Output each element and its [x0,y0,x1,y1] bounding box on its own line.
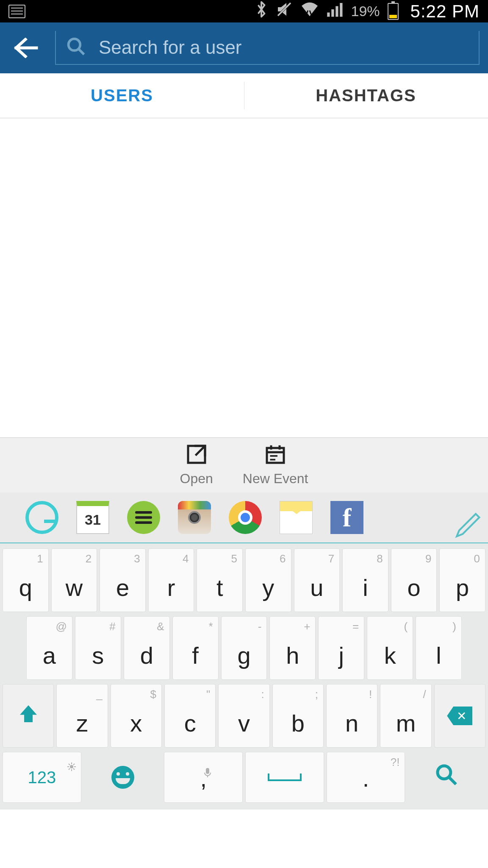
key-h[interactable]: +h [269,616,316,680]
key-k[interactable]: (k [367,616,413,680]
key-x-label: x [130,709,142,737]
key-search[interactable] [408,752,485,803]
bluetooth-icon [255,1,268,22]
key-v-label: v [238,709,250,737]
shift-icon [18,702,39,730]
spotify-app-icon[interactable] [127,501,160,534]
key-o[interactable]: 9o [391,548,437,612]
key-p[interactable]: 0p [439,548,485,612]
key-c[interactable]: "c [164,684,216,748]
suggested-apps-row: 31 f [0,492,488,543]
svg-rect-4 [336,6,338,17]
key-b-secondary: ; [315,688,318,701]
svg-rect-24 [206,768,209,774]
chrome-app-icon[interactable] [229,501,262,534]
svg-line-26 [449,778,456,784]
svg-point-25 [438,766,451,779]
key-i-label: i [363,574,368,601]
key-a-label: a [43,642,56,669]
key-a[interactable]: @a [26,616,72,680]
back-button[interactable] [8,31,42,65]
key-s-secondary: # [109,620,115,633]
calendar-app-icon[interactable]: 31 [76,501,109,534]
search-input[interactable] [99,37,472,58]
search-field-wrap[interactable] [55,31,480,65]
key-comma[interactable]: , [164,752,243,803]
key-j-secondary: = [352,620,359,633]
mic-hint-icon [204,756,211,783]
tab-users[interactable]: USERS [0,73,244,118]
key-i[interactable]: 8i [342,548,388,612]
key-q-label: q [19,574,32,601]
clock-time: 5:22 PM [410,1,480,22]
key-q[interactable]: 1q [3,548,49,612]
key-t-label: t [216,574,223,601]
key-o-secondary: 9 [425,552,431,565]
key-numlock[interactable]: 123 [3,752,81,803]
new-event-action[interactable]: New Event [243,444,308,487]
key-e-label: e [116,574,129,601]
facebook-app-icon[interactable]: f [330,501,363,534]
open-action[interactable]: Open [180,444,213,487]
key-d[interactable]: &d [124,616,170,680]
key-f[interactable]: *f [172,616,219,680]
highlighter-icon [452,510,482,542]
svg-point-6 [69,39,80,51]
key-t[interactable]: 5t [197,548,243,612]
results-area [0,118,488,437]
open-icon [186,444,207,467]
numlock-label: 123 [28,768,56,787]
key-m-secondary: / [423,688,426,701]
key-u[interactable]: 7u [294,548,340,612]
key-c-label: c [184,709,196,737]
key-m[interactable]: /m [380,684,431,748]
key-q-secondary: 1 [37,552,43,565]
key-w-secondary: 2 [86,552,92,565]
emoji-icon [111,766,134,789]
key-g[interactable]: -g [221,616,267,680]
key-j[interactable]: =j [318,616,364,680]
key-e[interactable]: 3e [100,548,146,612]
key-l[interactable]: )l [416,616,462,680]
search-key-icon [435,763,458,792]
battery-icon [388,3,399,20]
instagram-app-icon[interactable] [178,501,211,534]
key-space[interactable] [245,752,324,803]
key-l-secondary: ) [452,620,456,633]
key-l-label: l [436,642,441,669]
key-emoji[interactable] [84,752,162,803]
mail-app-icon[interactable] [280,501,313,534]
key-w[interactable]: 2w [51,548,97,612]
key-x[interactable]: $x [111,684,162,748]
key-n-secondary: ! [369,688,372,701]
key-r[interactable]: 4r [148,548,194,612]
key-z[interactable]: _z [56,684,108,748]
key-b[interactable]: ;b [272,684,324,748]
key-u-label: u [310,574,323,601]
svg-rect-5 [340,3,342,17]
key-z-secondary: _ [96,688,102,701]
wifi-icon [300,1,319,21]
key-backspace[interactable]: ✕ [434,684,485,748]
key-x-secondary: $ [150,688,156,701]
app-header [0,22,488,73]
key-s[interactable]: #s [75,616,121,680]
key-k-label: k [384,642,396,669]
period-hint: ?! [391,756,400,769]
key-shift[interactable] [3,684,54,748]
key-b-label: b [291,709,305,737]
key-n[interactable]: !n [326,684,377,748]
key-y[interactable]: 6y [245,548,291,612]
android-status-bar: 19% 5:22 PM [0,0,488,22]
gear-hint-icon [67,756,76,775]
search-icon [67,37,86,58]
key-f-secondary: * [208,620,213,633]
key-period[interactable]: ?! . [327,752,405,803]
tab-hashtags[interactable]: HASHTAGS [244,73,488,118]
key-o-label: o [407,574,420,601]
key-p-secondary: 0 [474,552,480,565]
key-v[interactable]: :v [218,684,269,748]
key-n-label: n [345,709,358,737]
grammarly-app-icon[interactable] [25,501,58,534]
backspace-icon: ✕ [447,707,472,725]
